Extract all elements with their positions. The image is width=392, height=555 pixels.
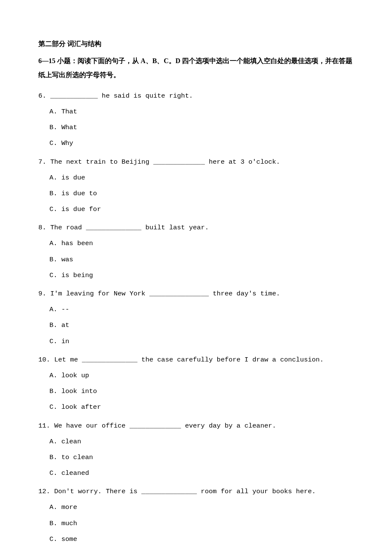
option-text: look after xyxy=(61,403,101,411)
option-label: C. xyxy=(49,338,58,345)
question-text: Let me ______________ the case carefully… xyxy=(54,356,324,364)
question-6: 6. ____________ he said is quite right. … xyxy=(38,88,354,152)
option-label: C. xyxy=(49,139,58,147)
question-11: 11. We have our office _____________ eve… xyxy=(38,418,354,482)
option-b: B. look into xyxy=(49,384,354,399)
option-c: C. cleaned xyxy=(49,465,354,481)
option-b: B. to clean xyxy=(49,450,354,465)
option-b: B. much xyxy=(49,516,354,532)
question-stem: 6. ____________ he said is quite right. xyxy=(38,88,354,104)
option-label: B. xyxy=(49,190,58,197)
option-a: A. -- xyxy=(49,302,354,318)
question-text: I'm leaving for New York _______________… xyxy=(50,290,280,298)
option-list: A. -- B. at C. in xyxy=(38,302,354,350)
question-text: We have our office _____________ every d… xyxy=(54,422,276,430)
option-label: B. xyxy=(49,321,58,329)
option-label: B. xyxy=(49,387,58,395)
option-label: C. xyxy=(49,272,58,279)
option-text: to clean xyxy=(61,454,93,461)
option-text: is due xyxy=(61,174,85,182)
question-number: 7. xyxy=(38,158,46,166)
document-page: 第二部分 词汇与结构 6—15 小题：阅读下面的句子，从 A、B、C。D 四个选… xyxy=(0,0,392,555)
option-label: A. xyxy=(49,438,58,445)
option-list: A. is due B. is due to C. is due for xyxy=(38,170,354,218)
option-text: What xyxy=(61,124,77,131)
question-stem: 10. Let me ______________ the case caref… xyxy=(38,352,354,368)
option-c: C. is due for xyxy=(49,202,354,217)
option-c: C. Why xyxy=(49,136,354,151)
option-label: C. xyxy=(49,535,58,543)
question-number: 6. xyxy=(38,92,46,100)
option-label: C. xyxy=(49,469,58,477)
question-9: 9. I'm leaving for New York ____________… xyxy=(38,286,354,350)
option-c: C. look after xyxy=(49,399,354,415)
option-text: clean xyxy=(61,438,81,445)
option-text: is due for xyxy=(61,205,101,213)
option-label: C. xyxy=(49,403,58,411)
option-a: A. clean xyxy=(49,434,354,450)
option-b: B. at xyxy=(49,318,354,333)
option-text: was xyxy=(61,256,73,263)
option-text: much xyxy=(61,520,77,527)
section-title: 第二部分 词汇与结构 xyxy=(38,38,354,49)
option-text: look up xyxy=(61,372,89,379)
option-c: C. in xyxy=(49,334,354,350)
option-a: A. more xyxy=(49,500,354,515)
option-label: A. xyxy=(49,372,58,379)
question-text: The road ______________ built last year. xyxy=(50,224,209,231)
option-text: Why xyxy=(61,139,73,147)
question-number: 10. xyxy=(38,356,50,364)
question-stem: 12. Don't worry. There is ______________… xyxy=(38,484,354,500)
option-label: A. xyxy=(49,174,58,182)
question-number: 12. xyxy=(38,488,50,495)
question-stem: 7. The next train to Beijing ___________… xyxy=(38,154,354,170)
option-a: A. That xyxy=(49,104,354,120)
option-list: A. look up B. look into C. look after xyxy=(38,368,354,416)
option-list: A. more B. much C. some xyxy=(38,500,354,547)
question-stem: 9. I'm leaving for New York ____________… xyxy=(38,286,354,302)
option-b: B. What xyxy=(49,120,354,136)
question-10: 10. Let me ______________ the case caref… xyxy=(38,352,354,416)
option-text: is being xyxy=(61,272,93,279)
option-c: C. some xyxy=(49,532,354,547)
option-list: A. has been B. was C. is being xyxy=(38,236,354,283)
option-text: more xyxy=(61,503,77,511)
option-label: B. xyxy=(49,256,58,263)
option-text: That xyxy=(61,108,77,116)
option-text: -- xyxy=(61,306,69,313)
question-8: 8. The road ______________ built last ye… xyxy=(38,220,354,283)
option-label: C. xyxy=(49,205,58,213)
option-label: B. xyxy=(49,454,58,461)
option-label: B. xyxy=(49,520,58,527)
section-instructions: 6—15 小题：阅读下面的句子，从 A、B、C。D 四个选项中选出一个能填入空白… xyxy=(38,54,354,82)
option-text: has been xyxy=(61,240,93,247)
option-b: B. was xyxy=(49,252,354,268)
option-list: A. That B. What C. Why xyxy=(38,104,354,152)
option-list: A. clean B. to clean C. cleaned xyxy=(38,434,354,482)
option-b: B. is due to xyxy=(49,186,354,202)
question-text: ____________ he said is quite right. xyxy=(50,92,193,100)
option-text: look into xyxy=(61,387,97,395)
option-text: some xyxy=(61,535,77,543)
option-label: A. xyxy=(49,240,58,247)
question-number: 8. xyxy=(38,224,46,231)
question-text: The next train to Beijing _____________ … xyxy=(50,158,280,166)
option-a: A. has been xyxy=(49,236,354,251)
option-a: A. is due xyxy=(49,170,354,186)
option-c: C. is being xyxy=(49,268,354,283)
option-label: A. xyxy=(49,306,58,313)
question-7: 7. The next train to Beijing ___________… xyxy=(38,154,354,218)
option-text: cleaned xyxy=(61,469,89,477)
question-number: 11. xyxy=(38,422,50,430)
option-a: A. look up xyxy=(49,368,354,384)
option-label: A. xyxy=(49,503,58,511)
question-stem: 11. We have our office _____________ eve… xyxy=(38,418,354,434)
question-stem: 8. The road ______________ built last ye… xyxy=(38,220,354,236)
question-number: 9. xyxy=(38,290,46,298)
option-text: is due to xyxy=(61,190,97,197)
question-text: Don't worry. There is ______________ roo… xyxy=(54,488,316,495)
option-label: A. xyxy=(49,108,58,116)
option-text: at xyxy=(61,321,69,329)
option-text: in xyxy=(61,338,69,345)
question-12: 12. Don't worry. There is ______________… xyxy=(38,484,354,547)
